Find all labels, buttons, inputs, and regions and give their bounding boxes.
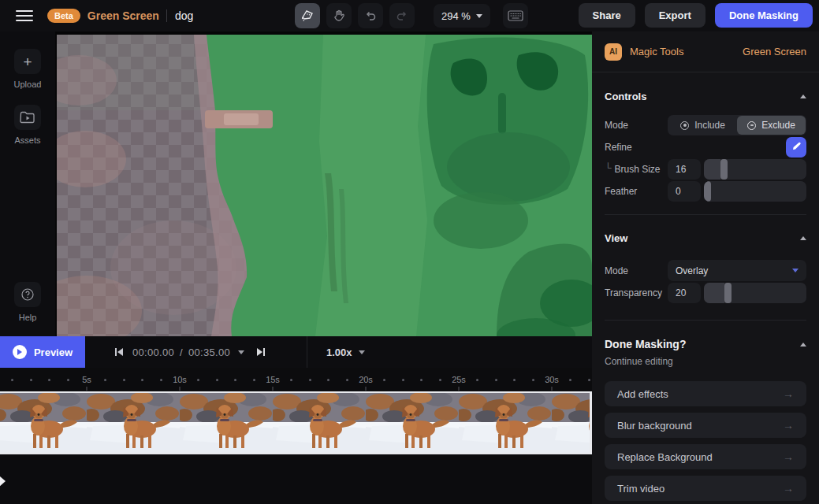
lasso-tool-button[interactable] — [295, 3, 320, 28]
panel-title: Magic Tools — [630, 46, 683, 57]
timeline-clip-filmstrip[interactable] — [0, 391, 592, 454]
brush-size-input[interactable]: 16 — [668, 159, 701, 180]
trim-video-button[interactable]: Trim video → — [605, 476, 806, 501]
document-title[interactable]: dog — [175, 9, 193, 22]
hamburger-menu-icon[interactable] — [16, 10, 33, 21]
ruler-second-dot — [588, 379, 590, 381]
transparency-label: Transparency — [605, 287, 668, 298]
ruler-second-dot — [197, 379, 199, 381]
ruler-second-label: 5s — [82, 375, 91, 384]
ruler-tick-mark — [273, 387, 274, 391]
ruler-second-label: 20s — [359, 375, 373, 384]
done-heading: Done Masking? — [605, 338, 686, 350]
timeline-ruler[interactable]: 5s10s15s20s25s30s — [0, 368, 592, 391]
sidebar-item-upload[interactable]: + Upload — [14, 49, 42, 89]
section-divider — [605, 214, 806, 215]
view-mode-dropdown[interactable]: Overlay — [668, 260, 806, 281]
sidebar-item-help[interactable]: Help — [14, 282, 41, 322]
include-label: Include — [694, 120, 725, 131]
filmstrip-frame — [459, 393, 552, 453]
done-section-header[interactable]: Done Masking? — [605, 338, 806, 350]
ruler-second-dot — [513, 379, 516, 381]
ruler-second-dot — [290, 379, 292, 381]
feather-row: Feather 0 — [605, 181, 806, 202]
transparency-slider[interactable] — [704, 283, 806, 303]
view-heading: View — [605, 232, 627, 244]
playback-bar: Preview 00:00.00/00:35.00 1.00x — [0, 336, 592, 368]
playback-speed-control[interactable]: 1.00x — [326, 346, 365, 358]
ruler-second-dot — [11, 379, 13, 381]
ruler-second-label: 30s — [545, 375, 559, 384]
share-button[interactable]: Share — [579, 3, 635, 28]
app-title: Green Screen — [87, 9, 159, 22]
filmstrip-frame — [180, 393, 273, 453]
continue-editing-text[interactable]: Continue editing — [605, 356, 806, 367]
done-masking-button[interactable]: Done Masking — [715, 3, 813, 28]
hand-tool-button[interactable] — [326, 3, 352, 28]
mode-row: Mode Include Exclude — [605, 115, 806, 135]
keyboard-shortcuts-button[interactable] — [503, 3, 528, 28]
speed-value: 1.00x — [326, 346, 352, 358]
ruler-second-dot — [123, 379, 125, 381]
ruler-second-dot — [141, 379, 143, 381]
redo-button[interactable] — [389, 3, 415, 28]
timecode-caret-icon[interactable] — [238, 350, 244, 354]
canvas-image — [55, 32, 592, 336]
ruler-second-dot — [476, 379, 478, 381]
ruler-tick-mark — [459, 387, 460, 391]
feather-slider[interactable] — [704, 181, 806, 202]
controls-section-header[interactable]: Controls — [605, 91, 806, 102]
skip-start-icon[interactable] — [114, 346, 125, 358]
view-mode-value: Overlay — [676, 265, 708, 276]
ruler-second-dot — [439, 379, 441, 381]
feather-input[interactable]: 0 — [668, 181, 701, 202]
app-root: Beta Green Screen dog — [0, 0, 819, 504]
skip-end-icon[interactable] — [255, 346, 266, 358]
ruler-tick-mark — [180, 387, 181, 391]
preview-button[interactable]: Preview — [0, 336, 85, 368]
export-button[interactable]: Export — [645, 3, 705, 28]
collapse-caret-icon — [800, 94, 806, 98]
clip-end-handle[interactable] — [590, 391, 592, 454]
mode-segmented-control: Include Exclude — [668, 115, 806, 135]
undo-icon — [363, 9, 378, 23]
filmstrip-frame — [0, 393, 87, 453]
top-bar: Beta Green Screen dog — [0, 0, 819, 32]
brush-size-row: └Brush Size 16 — [605, 159, 806, 180]
filmstrip-frame — [552, 393, 592, 453]
expand-chevron-icon[interactable] — [0, 475, 6, 491]
exclude-radio-icon — [747, 121, 756, 130]
refine-brush-icon — [791, 140, 801, 154]
view-mode-row: Mode Overlay — [605, 260, 806, 281]
refine-brush-button[interactable] — [786, 137, 806, 158]
replace-background-button[interactable]: Replace Background → — [605, 444, 806, 469]
blur-background-button[interactable]: Blur background → — [605, 413, 806, 438]
exclude-option[interactable]: Exclude — [737, 116, 806, 135]
dropdown-caret-icon — [792, 269, 799, 272]
brush-size-slider[interactable] — [704, 159, 806, 180]
view-section: View Mode Overlay Transparency 20 — [592, 232, 819, 321]
view-section-header[interactable]: View — [605, 232, 806, 244]
ruler-tick-mark — [366, 387, 367, 391]
assets-icon — [14, 105, 41, 130]
zoom-level-control[interactable]: 294 % — [434, 4, 490, 28]
collapse-caret-icon — [800, 343, 806, 346]
ruler-second-dot — [383, 379, 385, 381]
include-option[interactable]: Include — [668, 116, 737, 135]
ruler-second-dot — [532, 379, 534, 381]
help-icon — [14, 282, 41, 307]
ruler-second-label: 10s — [173, 375, 187, 384]
preview-label: Preview — [34, 346, 73, 358]
refine-row: Refine — [605, 137, 806, 158]
view-mode-label: Mode — [605, 265, 668, 276]
add-effects-button[interactable]: Add effects → — [605, 381, 806, 406]
transparency-input[interactable]: 20 — [668, 283, 701, 303]
ruler-second-dot — [309, 379, 311, 381]
current-time: 00:00.00 — [132, 346, 174, 358]
sidebar-item-assets[interactable]: Assets — [14, 105, 41, 145]
ruler-second-dot — [327, 379, 329, 381]
undo-button[interactable] — [358, 3, 383, 28]
masking-canvas[interactable] — [55, 32, 592, 336]
help-label: Help — [19, 313, 37, 322]
ruler-second-dot — [104, 379, 106, 381]
